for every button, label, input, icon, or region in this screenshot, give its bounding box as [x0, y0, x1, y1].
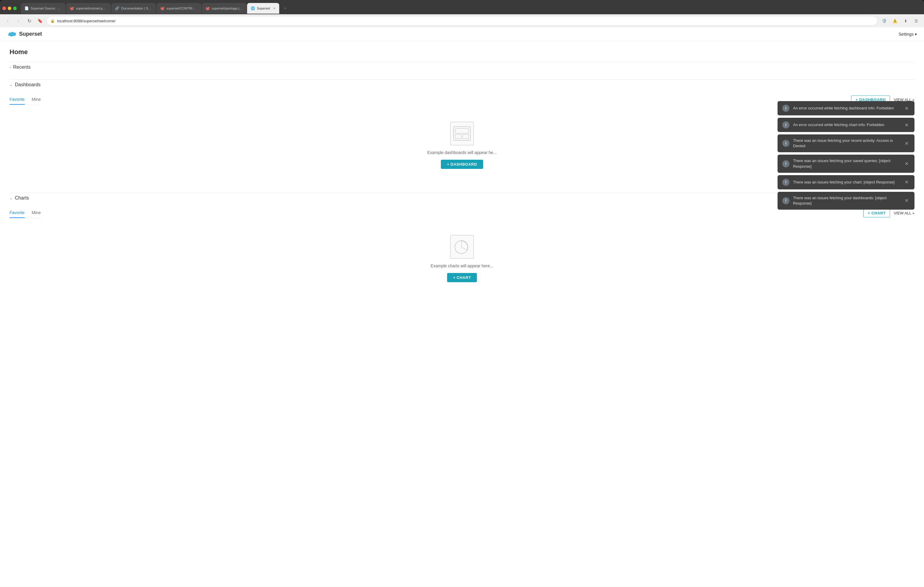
logo-area: Superset	[7, 31, 42, 37]
app-header: Superset Settings ▾	[0, 27, 924, 41]
browser-tab-5[interactable]: 🐙 superset/package.json at 1.4...	[202, 3, 246, 14]
add-chart-button-top[interactable]: + CHART	[863, 209, 890, 217]
navigation-bar: ‹ › ↻ 🔖 🔒 localhost:8088/superset/welcom…	[0, 14, 924, 27]
browser-window: 📄 Superset Source: Day 1 - Go... 🐙 super…	[0, 0, 924, 587]
svg-rect-1	[455, 128, 469, 133]
svg-rect-0	[454, 127, 470, 140]
tab-6-label: Superset	[257, 7, 270, 10]
forward-button[interactable]: ›	[14, 16, 23, 25]
toast-2-warning-icon: !	[782, 121, 789, 128]
tab-5-label: superset/package.json at 1.4...	[212, 7, 243, 10]
toast-2-close-button[interactable]: ✕	[903, 122, 910, 128]
charts-top-row: Favorite Mine + CHART VIEW ALL »	[10, 208, 914, 222]
browser-tab-1[interactable]: 📄 Superset Source: Day 1 - Go...	[21, 3, 66, 14]
toast-5: ! There was an issues fetching your char…	[777, 175, 914, 189]
toast-6-warning-icon: !	[782, 197, 789, 204]
tab-3-label: Documentation | Superset	[121, 7, 152, 10]
dashboard-placeholder-icon	[450, 122, 474, 145]
charts-mine-tab[interactable]: Mine	[32, 208, 41, 218]
dashboards-mine-tab[interactable]: Mine	[32, 95, 41, 105]
dashboards-favorite-tab[interactable]: Favorite	[10, 95, 25, 105]
settings-button[interactable]: Settings ▾	[899, 32, 917, 36]
settings-label: Settings ▾	[899, 32, 917, 36]
security-icon: 🔒	[50, 19, 55, 23]
app-name: Superset	[19, 31, 42, 37]
toast-4-warning-icon: !	[782, 160, 789, 168]
new-tab-button[interactable]: +	[281, 4, 289, 13]
minimize-window-btn[interactable]	[8, 7, 11, 10]
dashboards-add-button[interactable]: + DASHBOARD	[441, 159, 483, 169]
svg-rect-2	[455, 135, 461, 138]
charts-section-body: Favorite Mine + CHART VIEW ALL »	[10, 203, 914, 299]
toast-2-message: An error occurred while fetching chart i…	[793, 122, 900, 128]
menu-button[interactable]: ☰	[912, 16, 921, 25]
tab-1-icon: 📄	[25, 6, 29, 10]
toast-3-close-button[interactable]: ✕	[903, 141, 910, 146]
toast-6-close-button[interactable]: ✕	[903, 198, 910, 203]
tab-6-close-icon[interactable]: ✕	[273, 7, 276, 10]
address-bar[interactable]: 🔒 localhost:8088/superset/welcome/	[46, 16, 878, 26]
toast-6: ! There was an issues fetching your dash…	[777, 192, 914, 210]
dashboards-tabs: Favorite Mine	[10, 95, 41, 105]
recents-section-header[interactable]: › Recents	[10, 62, 914, 72]
browser-tab-4[interactable]: 🐙 superset/CONTRIBUTING.m...	[157, 3, 201, 14]
tab-bar: 📄 Superset Source: Day 1 - Go... 🐙 super…	[0, 0, 924, 14]
toast-4-close-button[interactable]: ✕	[903, 161, 910, 166]
tab-1-label: Superset Source: Day 1 - Go...	[31, 7, 62, 10]
recents-chevron-icon: ›	[8, 67, 12, 68]
tab-2-label: superset/rockset.py at maste...	[76, 7, 107, 10]
bookmark-button[interactable]: 🔖	[36, 16, 44, 25]
toast-4-message: There was an issues fetching your saved …	[793, 158, 900, 169]
toast-5-message: There was an issues fetching your chart:…	[793, 179, 900, 185]
toast-5-warning-icon: !	[782, 179, 789, 186]
tab-6-icon: 🌐	[251, 6, 255, 10]
browser-nav-icons: 🛡️ ⚠️ ⬇ ☰	[880, 16, 921, 25]
toast-1-message: An error occurred while fetching dashboa…	[793, 105, 900, 111]
charts-add-button[interactable]: + CHART	[447, 273, 477, 282]
toast-3-message: There was an issue fetching your recent …	[793, 138, 900, 149]
maximize-window-btn[interactable]	[13, 7, 16, 10]
downloads-button[interactable]: ⬇	[901, 16, 910, 25]
browser-tab-3[interactable]: 🔗 Documentation | Superset	[111, 3, 156, 14]
dashboards-empty-text: Example dashboards will appear he...	[427, 150, 497, 155]
charts-empty-state: Example charts will appear here... + CHA…	[10, 223, 914, 294]
refresh-button[interactable]: ↻	[25, 16, 33, 25]
back-button[interactable]: ‹	[3, 16, 12, 25]
toast-4: ! There was an issues fetching your save…	[777, 155, 914, 173]
charts-favorite-tab[interactable]: Favorite	[10, 208, 25, 218]
chart-placeholder-icon	[450, 235, 474, 259]
toast-2: ! An error occurred while fetching chart…	[777, 118, 914, 132]
charts-empty-text: Example charts will appear here...	[431, 263, 493, 268]
tab-5-icon: 🐙	[205, 6, 210, 10]
url-text: localhost:8088/superset/welcome/	[57, 19, 874, 23]
tab-4-icon: 🐙	[160, 6, 165, 10]
svg-rect-3	[463, 135, 469, 138]
charts-section-title: Charts	[15, 196, 29, 201]
window-controls	[2, 7, 16, 10]
toast-6-message: There was an issues fetching your dashbo…	[793, 196, 900, 206]
recents-section-title: Recents	[13, 64, 31, 70]
superset-logo-icon	[7, 31, 16, 37]
charts-view-all-link[interactable]: VIEW ALL »	[894, 211, 914, 215]
toast-3-warning-icon: !	[782, 140, 789, 147]
dashboards-add-label: + DASHBOARD	[447, 162, 477, 166]
tab-4-label: superset/CONTRIBUTING.m...	[167, 7, 198, 10]
add-chart-top-label: + CHART	[868, 211, 886, 215]
charts-tabs: Favorite Mine	[10, 208, 41, 218]
extensions-button[interactable]: 🛡️	[880, 16, 888, 25]
toast-3: ! There was an issue fetching your recen…	[777, 135, 914, 152]
toast-1-close-button[interactable]: ✕	[903, 105, 910, 111]
browser-tab-6[interactable]: 🌐 Superset ✕	[247, 3, 279, 14]
toast-5-close-button[interactable]: ✕	[903, 179, 910, 185]
tab-3-icon: 🔗	[115, 6, 119, 10]
dashboards-section-header[interactable]: ⌄ Dashboards	[10, 79, 914, 90]
browser-tab-2[interactable]: 🐙 superset/rockset.py at maste...	[66, 3, 111, 14]
page-title: Home	[10, 48, 914, 56]
charts-add-label: + CHART	[453, 275, 471, 280]
dashboards-chevron-icon: ⌄	[10, 83, 13, 87]
dashboards-section-title: Dashboards	[15, 82, 41, 87]
alert-icon-button[interactable]: ⚠️	[891, 16, 899, 25]
close-window-btn[interactable]	[2, 7, 6, 10]
tab-2-icon: 🐙	[70, 6, 74, 10]
charts-chevron-icon: ⌄	[10, 196, 13, 200]
